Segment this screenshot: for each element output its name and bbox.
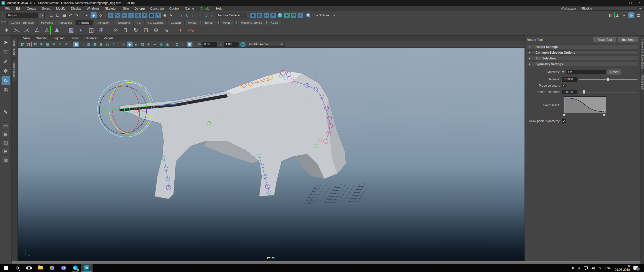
seam-falloff-editor[interactable]: ⊠ ⊠ xyxy=(564,96,606,117)
hypershade-icon[interactable]: ◙ xyxy=(284,13,290,18)
speaker-icon[interactable]: ◂)) xyxy=(591,266,595,270)
shelf-tab-polygons[interactable]: Polygons xyxy=(37,20,56,25)
select-dynamics-mask-icon[interactable]: ❋ xyxy=(142,13,147,18)
contrast-icon[interactable]: ◑ xyxy=(218,42,223,47)
bookmark-icon[interactable]: ⚑ xyxy=(38,42,44,47)
menu-deform[interactable]: Deform xyxy=(132,7,148,10)
exposure-field[interactable] xyxy=(203,42,217,47)
search-button[interactable] xyxy=(12,264,23,272)
seam-tolerance-slider-track[interactable] xyxy=(579,92,637,92)
menu-modify[interactable]: Modify xyxy=(53,7,68,10)
lock-camera-icon[interactable]: ◨ xyxy=(26,42,32,47)
tab-node-editor[interactable]: Node Editor xyxy=(12,38,17,58)
point-constraint-icon[interactable]: ⇅ xyxy=(122,26,130,35)
live-surface-field[interactable]: No Live Surface xyxy=(216,13,246,18)
section-common-selection-options[interactable]: ► Common Selection Options xyxy=(527,50,638,55)
workspace-caret-icon[interactable] xyxy=(639,8,641,9)
look-dev-view-icon[interactable]: ‖ xyxy=(298,13,303,18)
use-all-lights-icon[interactable]: ☀ xyxy=(146,42,151,47)
scale-constraint-icon[interactable]: ⊡ xyxy=(142,26,150,35)
panel-menu-renderer[interactable]: Renderer xyxy=(82,37,101,40)
shelf-tab-fx-caching[interactable]: FX Caching xyxy=(145,20,167,25)
menu-create[interactable]: Create xyxy=(24,7,39,10)
shadows-icon[interactable]: ● xyxy=(152,42,158,47)
tolerance-slider[interactable] xyxy=(579,77,637,82)
layout-outliner-persp[interactable]: ▥ xyxy=(2,157,10,163)
wireframe-on-shaded-icon[interactable]: ◈ xyxy=(133,42,139,47)
statusline-grip[interactable] xyxy=(3,12,4,18)
select-component-icon[interactable]: ◇ xyxy=(97,12,103,18)
tab-shape-editor[interactable]: Shape Editor xyxy=(12,60,17,81)
shelf-tab-sculpting[interactable]: Sculpting xyxy=(57,20,75,25)
tolerance-slider-handle[interactable] xyxy=(607,78,609,81)
ik-handle-icon[interactable]: ∠ xyxy=(33,26,41,35)
workspace-dropdown[interactable]: Rigging xyxy=(580,6,637,11)
smooth-shade-icon[interactable]: ◆ xyxy=(127,42,133,47)
cat-model[interactable] xyxy=(119,71,346,199)
menu-select[interactable]: Select xyxy=(39,7,53,10)
symmetry-caret-icon[interactable] xyxy=(562,71,565,73)
minimize-button[interactable]: ─ xyxy=(617,0,626,6)
parent-constraint-icon[interactable]: ∞ xyxy=(112,26,120,35)
start-button[interactable] xyxy=(0,264,12,272)
select-camera-icon[interactable]: ◧ xyxy=(20,42,25,47)
select-tool[interactable]: ➤ xyxy=(2,38,10,47)
select-all-mask-icon[interactable]: + xyxy=(108,13,113,18)
orient-constraint-icon[interactable]: ↻ xyxy=(132,26,140,35)
viewport-3d-canvas[interactable]: persp xyxy=(18,48,525,261)
skeleton-definition-icon[interactable]: ♟ xyxy=(53,26,61,35)
new-scene-icon[interactable]: ❏ xyxy=(49,13,54,18)
add-joint-icon[interactable]: + xyxy=(176,26,184,35)
allow-partial-symmetry-checkbox[interactable]: ✔ xyxy=(562,119,566,123)
shelf-tab-arnold[interactable]: Arnold xyxy=(184,20,200,25)
panel-menu-shading[interactable]: Shading xyxy=(33,37,51,40)
shelf-tab-motion-graphics[interactable]: Motion Graphics xyxy=(237,20,266,25)
shelf-tab-rigging[interactable]: Rigging xyxy=(76,20,93,25)
select-deformations-mask-icon[interactable]: ▦ xyxy=(135,13,141,18)
panel-menu-lighting[interactable]: Lighting xyxy=(51,37,68,40)
attribute-editor-icon[interactable]: ≡ xyxy=(621,12,627,18)
light-editor-icon[interactable]: ● xyxy=(278,13,282,18)
tab-tool-settings[interactable]: Tool Settings xyxy=(641,73,644,92)
select-hierarchy-icon[interactable]: ▲ xyxy=(84,12,90,18)
preserve-seam-checkbox[interactable]: ✔ xyxy=(562,84,566,87)
redo-icon[interactable]: ↷ xyxy=(74,13,79,18)
shelf-menu-icon[interactable]: ≡ xyxy=(4,20,6,24)
snap-to-projected-center-icon[interactable]: ∘ xyxy=(197,13,203,18)
shelf-tab-rendering[interactable]: Rendering xyxy=(113,20,134,25)
layout-two-pane-stacked[interactable]: ⊟ xyxy=(2,148,10,155)
shelf-tab-mash[interactable]: MASH xyxy=(219,20,235,25)
image-plane-icon[interactable]: ▣ xyxy=(45,42,51,47)
smooth-bind-icon[interactable]: ◐ xyxy=(77,26,85,35)
menu-help[interactable]: Help xyxy=(213,7,225,10)
aim-constraint-icon[interactable]: ⊕ xyxy=(152,26,160,35)
close-button[interactable]: ✕ xyxy=(635,0,644,6)
menu-set-caret[interactable] xyxy=(39,13,45,18)
layout-four-pane[interactable]: ⊞ xyxy=(2,131,10,138)
select-joints-mask-icon[interactable]: ⋋ xyxy=(115,13,120,18)
reset-tool-button[interactable]: Reset Tool xyxy=(593,37,616,43)
seam-tolerance-slider[interactable] xyxy=(579,90,637,94)
grease-pencil-icon[interactable]: ✎ xyxy=(57,42,63,47)
motion-blur-icon[interactable]: ◉ xyxy=(165,42,170,47)
humanik-character-icon[interactable]: ♙ xyxy=(43,26,51,35)
shelf-grip-icon[interactable]: ∷ xyxy=(1,20,3,24)
ipr-render-icon[interactable]: IPR xyxy=(264,13,269,18)
create-joint-icon[interactable]: ⋋ xyxy=(13,26,21,35)
lock-selection-icon[interactable]: ◉ xyxy=(162,13,168,18)
maya-taskbar-app[interactable]: M xyxy=(81,264,93,272)
select-curves-mask-icon[interactable]: ∿ xyxy=(122,13,127,18)
humanik-icon[interactable]: ♙ xyxy=(614,12,620,18)
user-account[interactable]: Ema Stolicna xyxy=(306,13,336,17)
select-misc-mask-icon[interactable]: ? xyxy=(155,13,161,18)
shelf-tab-animation[interactable]: Animation xyxy=(93,20,113,25)
menu-control[interactable]: Control xyxy=(167,7,182,10)
action-center-icon[interactable]: 2 xyxy=(633,266,638,270)
menu-skeleton[interactable]: Skeleton xyxy=(102,7,120,10)
chrome-app[interactable] xyxy=(46,264,58,272)
paint-select-tool[interactable]: ✐ xyxy=(2,57,10,66)
discord-app[interactable] xyxy=(58,264,69,272)
layout-single-pane[interactable]: ▭ xyxy=(2,122,10,129)
menu-arnold[interactable]: [Arnold] xyxy=(197,7,213,10)
camera-attributes-icon[interactable]: ◩ xyxy=(32,42,38,47)
